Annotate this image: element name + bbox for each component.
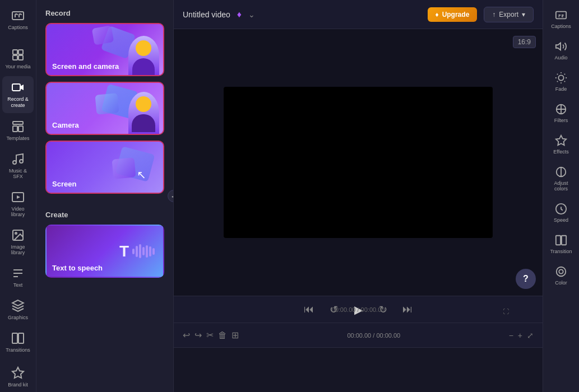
sidebar-item-templates[interactable]: Templates [2, 115, 34, 146]
svg-rect-6 [13, 122, 23, 124]
tts-icon: T [119, 242, 155, 260]
sidebar-item-image-library[interactable]: Image library [2, 224, 34, 260]
sidebar-item-captions[interactable]: Captions [2, 4, 34, 35]
redo-button[interactable]: ↪ [194, 330, 202, 340]
svg-rect-16 [556, 12, 566, 19]
skip-to-end-button[interactable]: ⏭ [400, 302, 415, 318]
create-section-title: Create [45, 211, 164, 219]
timeline-controls: ↩ ↪ ✂ 🗑 ⊞ 00:00.00 / 00:00.00 − + ⤢ [174, 323, 543, 347]
screen-and-camera-card[interactable]: Screen and camera [45, 23, 164, 76]
upgrade-button[interactable]: ♦ Upgrade [428, 7, 478, 22]
zoom-out-button[interactable]: − [509, 331, 513, 340]
panel-middle: Record Screen and camera Camera [36, 0, 174, 392]
upgrade-diamond-icon: ♦ [436, 11, 439, 18]
svg-point-10 [20, 160, 23, 163]
more-button[interactable]: ⊞ [231, 330, 239, 340]
time-display: 00:00.00 / 00:00.00 [332, 306, 385, 313]
svg-rect-15 [18, 333, 24, 343]
video-title[interactable]: Untitled video [183, 10, 230, 19]
skip-to-start-button[interactable]: ⏮ [301, 302, 317, 318]
help-button[interactable]: ? [516, 269, 536, 289]
screen-label: Screen [52, 180, 76, 188]
top-bar: Untitled video ♦ ⌄ ♦ Upgrade ↑ Export ▾ [174, 0, 543, 29]
sidebar-item-record-create[interactable]: Record &create [2, 76, 34, 113]
text-to-speech-label: Text to speech [52, 264, 103, 272]
timeline-zoom-controls: − + ⤢ [509, 331, 534, 340]
right-sidebar-adjust-colors[interactable]: Adjust colors [545, 161, 577, 196]
export-icon: ↑ [492, 11, 495, 18]
svg-rect-8 [18, 126, 23, 132]
svg-rect-14 [12, 333, 17, 343]
sidebar-left: Captions Your media Record &create Templ… [0, 0, 36, 392]
cursor-icon: ↖ [137, 168, 146, 181]
right-sidebar-transition[interactable]: Transition [545, 230, 577, 259]
sidebar-item-music-sfx[interactable]: Music & SFX [2, 148, 34, 184]
save-icon[interactable]: ⌄ [248, 10, 255, 19]
svg-rect-2 [18, 50, 23, 54]
undo-button[interactable]: ↩ [183, 330, 190, 340]
right-sidebar-captions[interactable]: Captions [545, 4, 577, 34]
svg-point-24 [559, 269, 563, 273]
sidebar-item-text[interactable]: Text [2, 262, 34, 292]
screen-and-camera-label: Screen and camera [52, 62, 119, 71]
right-sidebar-audio[interactable]: Audio [545, 36, 577, 65]
svg-point-18 [558, 75, 563, 80]
camera-label: Camera [52, 121, 79, 129]
sidebar-item-brand-kit[interactable]: Brand kit [2, 362, 34, 392]
sidebar-item-transitions[interactable]: Transitions [2, 327, 34, 357]
export-chevron-icon: ▾ [522, 11, 525, 18]
timeline-area[interactable] [174, 347, 543, 392]
aspect-ratio-badge: 16:9 [513, 36, 536, 48]
sidebar-item-your-media[interactable]: Your media [2, 44, 34, 74]
delete-button[interactable]: 🗑 [218, 330, 227, 340]
right-sidebar-effects[interactable]: Effects [545, 130, 577, 159]
right-sidebar-fade[interactable]: Fade [545, 67, 577, 96]
record-section-title: Record [45, 9, 164, 17]
svg-point-13 [15, 232, 17, 234]
svg-rect-22 [562, 236, 566, 245]
sidebar-item-video-library[interactable]: Video library [2, 186, 34, 222]
svg-rect-5 [12, 84, 20, 91]
cut-button[interactable]: ✂ [206, 330, 214, 340]
svg-rect-7 [13, 126, 17, 132]
sidebar-item-graphics[interactable]: Graphics [2, 295, 34, 325]
fit-button[interactable]: ⤢ [527, 331, 534, 340]
video-preview [224, 87, 493, 238]
svg-rect-0 [12, 12, 24, 20]
timeline-edit-tools: ↩ ↪ ✂ 🗑 ⊞ [183, 330, 239, 340]
svg-rect-21 [556, 236, 561, 245]
video-area: 16:9 ? [174, 29, 543, 296]
right-sidebar-filters[interactable]: Filters [545, 99, 577, 128]
timeline-timecode: 00:00.00 / 00:00.00 [244, 332, 503, 339]
svg-point-9 [13, 161, 16, 164]
right-sidebar-speed[interactable]: Speed [545, 198, 577, 227]
premium-badge-icon: ♦ [237, 10, 242, 20]
screen-card[interactable]: ↖ Screen [45, 141, 164, 194]
text-to-speech-card[interactable]: T Text to speech [45, 225, 164, 278]
main-content: Untitled video ♦ ⌄ ♦ Upgrade ↑ Export ▾ … [174, 0, 543, 392]
export-button[interactable]: ↑ Export ▾ [484, 7, 534, 22]
svg-marker-17 [556, 43, 561, 50]
camera-card[interactable]: Camera [45, 82, 164, 135]
fullscreen-button[interactable]: ⛶ [503, 308, 509, 315]
playback-controls: ⏮ ↺ ▶ ↻ ⏭ ⛶ 00:00.00 / 00:00.00 [174, 296, 543, 323]
panel-collapse-button[interactable]: ◀ [168, 190, 174, 202]
zoom-in-button[interactable]: + [518, 331, 522, 340]
svg-point-23 [557, 267, 566, 277]
svg-rect-1 [13, 50, 17, 54]
right-sidebar-color[interactable]: Color [545, 261, 577, 290]
svg-rect-4 [18, 55, 23, 60]
sidebar-right: Captions Audio Fade Filters Effects [543, 0, 579, 392]
svg-rect-3 [13, 55, 17, 60]
